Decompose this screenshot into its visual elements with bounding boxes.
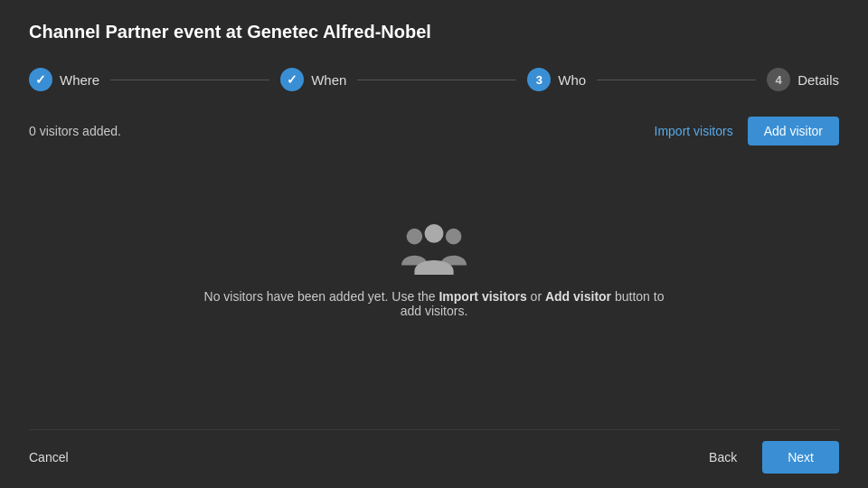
step-details-number: 4 (776, 73, 782, 87)
toolbar-row: 0 visitors added. Import visitors Add vi… (29, 117, 839, 145)
people-icon (401, 221, 467, 275)
step-details-circle: 4 (767, 68, 790, 91)
svg-point-2 (425, 224, 444, 243)
stepper: ✓ Where ✓ When 3 Who 4 Details (29, 68, 839, 91)
page-container: Channel Partner event at Genetec Alfred-… (0, 0, 868, 488)
cancel-button[interactable]: Cancel (29, 443, 69, 472)
step-who-label: Who (558, 72, 586, 88)
step-line-3 (597, 80, 756, 80)
step-where-circle: ✓ (29, 68, 52, 91)
toolbar-actions: Import visitors Add visitor (655, 117, 839, 145)
footer-right: Back Next (698, 441, 839, 474)
visitors-count: 0 visitors added. (29, 124, 121, 138)
step-when-label: When (311, 72, 346, 88)
step-line-1 (110, 80, 269, 80)
step-who: 3 Who (527, 68, 586, 91)
empty-message: No visitors have been added yet. Use the… (199, 289, 669, 318)
empty-state: No visitors have been added yet. Use the… (29, 164, 839, 429)
step-where: ✓ Where (29, 68, 99, 91)
step-details: 4 Details (767, 68, 839, 91)
step-who-number: 3 (536, 73, 542, 87)
step-when-circle: ✓ (280, 68, 304, 91)
add-visitor-button[interactable]: Add visitor (748, 117, 839, 145)
svg-point-1 (446, 229, 462, 245)
svg-point-0 (407, 229, 423, 245)
step-who-circle: 3 (527, 68, 551, 91)
step-when: ✓ When (280, 68, 346, 91)
page-title: Channel Partner event at Genetec Alfred-… (29, 22, 839, 42)
next-button[interactable]: Next (762, 441, 839, 474)
checkmark-icon: ✓ (35, 72, 46, 87)
import-visitors-button[interactable]: Import visitors (655, 124, 733, 138)
step-line-2 (357, 80, 516, 80)
checkmark-icon-2: ✓ (287, 72, 297, 87)
back-button[interactable]: Back (698, 443, 748, 472)
footer: Cancel Back Next (29, 429, 839, 488)
step-where-label: Where (60, 72, 99, 88)
step-details-label: Details (797, 72, 839, 88)
